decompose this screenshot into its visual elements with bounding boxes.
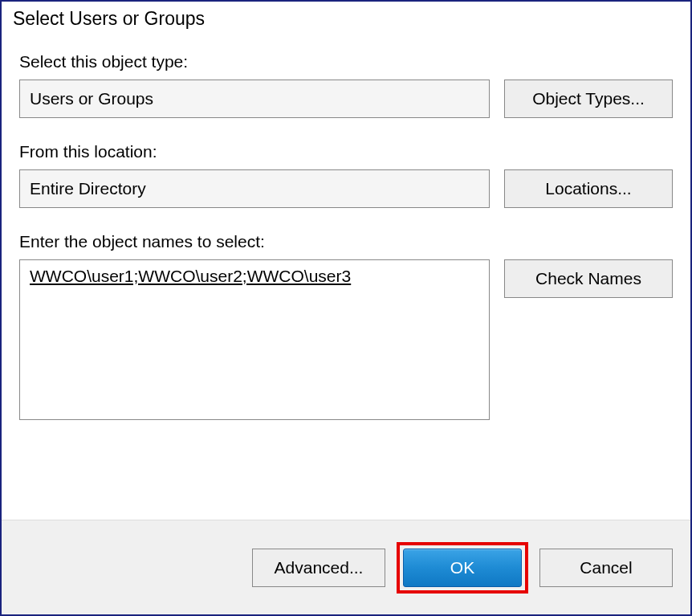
object-names-label: Enter the object names to select: [19,232,673,251]
dialog-footer: Advanced... OK Cancel [2,520,690,614]
object-names-input[interactable] [19,259,490,420]
cancel-button[interactable]: Cancel [539,549,673,587]
object-type-field: Users or Groups [19,80,490,118]
locations-button[interactable]: Locations... [504,169,673,208]
object-type-label: Select this object type: [19,52,673,71]
dialog-content: Select this object type: Users or Groups… [2,30,690,520]
ok-highlight: OK [397,542,528,594]
object-types-button[interactable]: Object Types... [504,80,673,118]
dialog-title: Select Users or Groups [2,2,690,30]
location-field: Entire Directory [19,169,490,208]
ok-button[interactable]: OK [403,549,522,587]
select-users-groups-dialog: Select Users or Groups Select this objec… [0,0,692,616]
advanced-button[interactable]: Advanced... [252,549,385,587]
location-label: From this location: [19,142,673,161]
check-names-button[interactable]: Check Names [504,259,673,298]
